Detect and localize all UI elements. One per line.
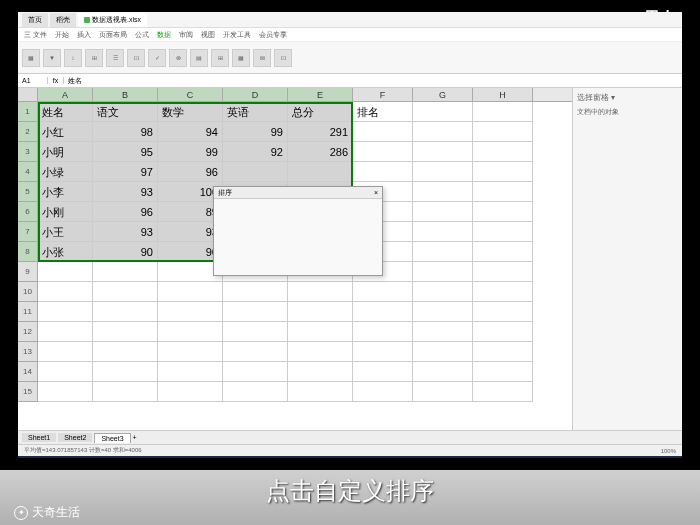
cell[interactable] bbox=[413, 122, 473, 142]
cell[interactable] bbox=[473, 222, 533, 242]
cell[interactable] bbox=[413, 222, 473, 242]
ribbon-btn[interactable]: ☰ bbox=[106, 49, 124, 67]
row-header[interactable]: 11 bbox=[18, 302, 38, 322]
cell[interactable] bbox=[413, 142, 473, 162]
ribbon-btn[interactable]: ▼ bbox=[43, 49, 61, 67]
cell[interactable]: 96 bbox=[93, 202, 158, 222]
sheet-tab[interactable]: Sheet3 bbox=[94, 433, 130, 443]
spreadsheet-grid[interactable]: A B C D E F G H 1 姓名 语文 数学 英语 总分 排名 bbox=[18, 88, 572, 430]
menu-data[interactable]: 数据 bbox=[157, 30, 171, 40]
cell[interactable] bbox=[473, 382, 533, 402]
cell[interactable] bbox=[413, 202, 473, 222]
cell[interactable]: 数学 bbox=[158, 102, 223, 122]
row-header[interactable]: 1 bbox=[18, 102, 38, 122]
cell[interactable] bbox=[38, 262, 93, 282]
cell[interactable] bbox=[473, 362, 533, 382]
cell[interactable]: 93 bbox=[93, 222, 158, 242]
cell[interactable] bbox=[353, 382, 413, 402]
cell-reference[interactable]: A1 bbox=[18, 77, 48, 84]
row-header[interactable]: 3 bbox=[18, 142, 38, 162]
cell[interactable]: 小绿 bbox=[38, 162, 93, 182]
cell[interactable] bbox=[353, 142, 413, 162]
cell[interactable] bbox=[223, 382, 288, 402]
menu-formula[interactable]: 公式 bbox=[135, 30, 149, 40]
cell[interactable]: 291 bbox=[288, 122, 353, 142]
cell[interactable] bbox=[288, 322, 353, 342]
cell[interactable] bbox=[288, 362, 353, 382]
cell[interactable]: 姓名 bbox=[38, 102, 93, 122]
row-header[interactable]: 7 bbox=[18, 222, 38, 242]
file-tab[interactable]: 数据透视表.xlsx bbox=[78, 13, 147, 27]
cell[interactable] bbox=[93, 262, 158, 282]
row-header[interactable]: 15 bbox=[18, 382, 38, 402]
cell[interactable] bbox=[38, 322, 93, 342]
col-header-d[interactable]: D bbox=[223, 88, 288, 101]
doc-tab[interactable]: 稻壳 bbox=[50, 13, 76, 27]
row-header[interactable]: 8 bbox=[18, 242, 38, 262]
row-header[interactable]: 4 bbox=[18, 162, 38, 182]
cell[interactable]: 排名 bbox=[353, 102, 413, 122]
panel-title[interactable]: 选择窗格 ▾ bbox=[577, 92, 678, 103]
row-header[interactable]: 12 bbox=[18, 322, 38, 342]
cell[interactable]: 小张 bbox=[38, 242, 93, 262]
cell[interactable] bbox=[223, 342, 288, 362]
cell[interactable] bbox=[288, 162, 353, 182]
cell[interactable] bbox=[38, 302, 93, 322]
cell[interactable] bbox=[288, 342, 353, 362]
cell[interactable]: 英语 bbox=[223, 102, 288, 122]
cell[interactable] bbox=[413, 382, 473, 402]
row-header[interactable]: 9 bbox=[18, 262, 38, 282]
cell[interactable] bbox=[158, 282, 223, 302]
ribbon-btn[interactable]: ▦ bbox=[232, 49, 250, 67]
row-header[interactable]: 5 bbox=[18, 182, 38, 202]
cell[interactable] bbox=[353, 322, 413, 342]
cell[interactable] bbox=[473, 122, 533, 142]
cell[interactable] bbox=[38, 362, 93, 382]
cell[interactable] bbox=[413, 342, 473, 362]
ribbon-btn[interactable]: ✓ bbox=[148, 49, 166, 67]
menu-member[interactable]: 会员专享 bbox=[259, 30, 287, 40]
cell[interactable]: 语文 bbox=[93, 102, 158, 122]
formula-input[interactable]: 姓名 bbox=[64, 76, 682, 86]
home-tab[interactable]: 首页 bbox=[22, 13, 48, 27]
cell[interactable] bbox=[288, 382, 353, 402]
ribbon-btn[interactable]: ⊡ bbox=[274, 49, 292, 67]
cell[interactable] bbox=[158, 362, 223, 382]
ribbon-btn[interactable]: ⊞ bbox=[85, 49, 103, 67]
fx-icon[interactable]: fx bbox=[48, 77, 64, 84]
cell[interactable] bbox=[473, 322, 533, 342]
row-header[interactable]: 2 bbox=[18, 122, 38, 142]
cell[interactable] bbox=[413, 302, 473, 322]
cell[interactable] bbox=[158, 302, 223, 322]
cell[interactable] bbox=[38, 342, 93, 362]
cell[interactable] bbox=[413, 242, 473, 262]
cell[interactable]: 93 bbox=[93, 182, 158, 202]
cell[interactable]: 99 bbox=[158, 142, 223, 162]
col-header-a[interactable]: A bbox=[38, 88, 93, 101]
cell[interactable]: 96 bbox=[158, 162, 223, 182]
cell[interactable] bbox=[473, 242, 533, 262]
cell[interactable] bbox=[413, 262, 473, 282]
col-header-h[interactable]: H bbox=[473, 88, 533, 101]
cell[interactable] bbox=[413, 102, 473, 122]
menu-file[interactable]: 三 文件 bbox=[24, 30, 47, 40]
cell[interactable] bbox=[473, 282, 533, 302]
cell[interactable] bbox=[473, 342, 533, 362]
menu-view[interactable]: 视图 bbox=[201, 30, 215, 40]
close-icon[interactable]: × bbox=[374, 187, 378, 198]
col-header-e[interactable]: E bbox=[288, 88, 353, 101]
row-header[interactable]: 13 bbox=[18, 342, 38, 362]
cell[interactable] bbox=[223, 302, 288, 322]
ribbon-btn[interactable]: ▦ bbox=[22, 49, 40, 67]
cell[interactable] bbox=[473, 162, 533, 182]
menu-insert[interactable]: 插入 bbox=[77, 30, 91, 40]
ribbon-btn[interactable]: ↕ bbox=[64, 49, 82, 67]
cell[interactable] bbox=[223, 322, 288, 342]
add-sheet-button[interactable]: + bbox=[133, 434, 137, 441]
cell[interactable] bbox=[288, 302, 353, 322]
cell[interactable] bbox=[158, 382, 223, 402]
cell[interactable] bbox=[93, 382, 158, 402]
cell[interactable]: 99 bbox=[223, 122, 288, 142]
cell[interactable] bbox=[158, 322, 223, 342]
col-header-b[interactable]: B bbox=[93, 88, 158, 101]
